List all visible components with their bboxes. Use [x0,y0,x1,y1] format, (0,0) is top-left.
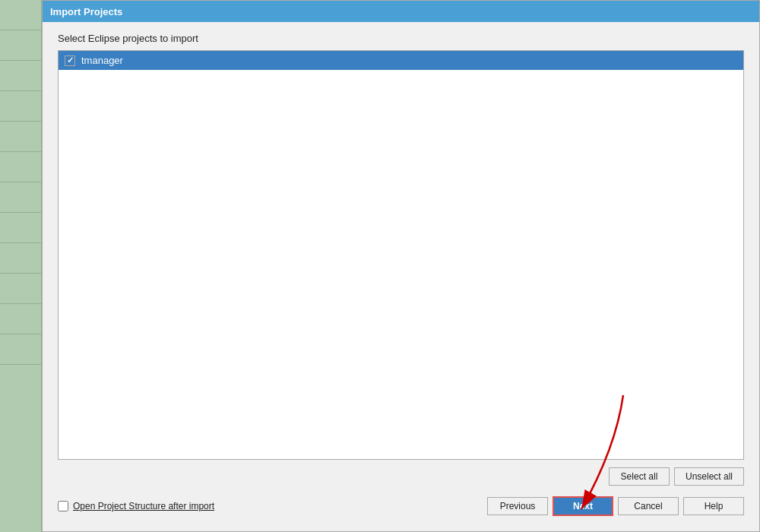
bottom-buttons: Previous Next Cancel Help [487,496,744,516]
sidebar-item-11 [0,304,41,334]
sidebar-item-10 [0,274,41,304]
sidebar-item-9 [0,243,41,274]
select-all-button[interactable]: Select all [609,467,670,486]
dialog-title: Import Projects [50,6,122,17]
sidebar-item-6 [0,152,41,182]
sidebar-item-3 [0,61,41,91]
left-sidebar [0,0,42,532]
select-buttons-row: Select all Unselect all [58,467,744,486]
import-dialog: Import Projects Select Eclipse projects … [42,0,760,532]
cancel-button[interactable]: Cancel [618,497,679,515]
dialog-title-bar: Import Projects [43,1,759,22]
sidebar-item-2 [0,30,41,61]
sidebar-item-4 [0,91,41,122]
help-button[interactable]: Help [683,497,744,515]
bottom-row: Open Project Structure after import Prev… [58,492,744,524]
sidebar-item-8 [0,213,41,243]
next-button[interactable]: Next [553,496,613,516]
sidebar-item-12 [0,334,41,365]
sidebar-item-5 [0,122,41,152]
previous-button[interactable]: Previous [487,497,548,515]
open-project-label[interactable]: Open Project Structure after import [73,501,214,511]
checkmark-icon: ✓ [67,56,74,65]
unselect-all-button[interactable]: Unselect all [674,467,744,486]
sidebar-item-7 [0,182,41,213]
project-list-box[interactable]: ✓ tmanager [58,50,744,460]
project-checkbox-tmanager[interactable]: ✓ [65,55,75,66]
section-label: Select Eclipse projects to import [58,33,744,44]
open-project-structure-option: Open Project Structure after import [58,501,214,511]
sidebar-item-1 [0,0,41,30]
dialog-body: Select Eclipse projects to import ✓ tman… [43,22,759,531]
open-project-checkbox[interactable] [58,501,68,511]
project-name-tmanager: tmanager [81,55,123,66]
project-item-tmanager[interactable]: ✓ tmanager [59,51,743,70]
